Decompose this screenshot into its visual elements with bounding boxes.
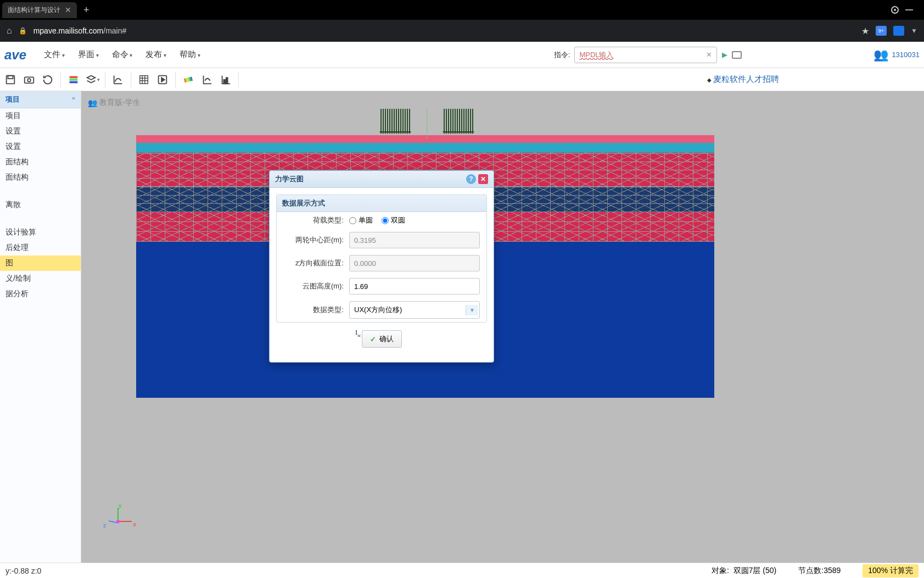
canvas-viewport[interactable]: 👥 教育版-学生 y x z xyxy=(81,91,924,563)
svg-rect-4 xyxy=(70,76,78,78)
sidebar-item-design[interactable]: 设计验算 xyxy=(0,225,81,240)
layers-color-icon[interactable] xyxy=(65,71,82,88)
sidebar-title: 项目 xyxy=(5,95,20,104)
axis-z-label: z xyxy=(103,522,107,529)
data-type-label: 数据类型: xyxy=(283,305,344,315)
load-type-label: 荷载类型: xyxy=(283,215,344,225)
rainbow-icon[interactable] xyxy=(180,71,197,88)
sidebar-header: 项目 « xyxy=(0,91,81,108)
dialog-title: 力学云图 xyxy=(275,174,466,184)
command-input[interactable] xyxy=(574,47,717,63)
sidebar-collapse-icon[interactable]: « xyxy=(72,95,75,104)
window-minimize-icon[interactable] xyxy=(905,9,913,10)
svg-rect-5 xyxy=(70,79,78,81)
z-section-input xyxy=(349,255,480,271)
command-clear-icon[interactable]: ✕ xyxy=(706,51,712,59)
sidebar-item-project[interactable]: 项目 xyxy=(0,108,81,124)
mesh-icon[interactable] xyxy=(136,71,152,88)
tab-title: 面结构计算与设计 xyxy=(8,5,60,15)
extension-icon[interactable]: 9+ xyxy=(876,26,887,36)
axis-y-label: y xyxy=(119,502,122,509)
check-icon: ✓ xyxy=(370,335,376,343)
lock-icon[interactable]: 🔒 xyxy=(19,27,27,35)
chart-curve-icon[interactable] xyxy=(110,71,126,88)
svg-rect-2 xyxy=(25,77,34,83)
menu-command[interactable]: 命令 xyxy=(105,49,139,60)
sidebar-item-discrete[interactable]: 离散 xyxy=(0,197,81,213)
radio-single-input[interactable] xyxy=(349,217,356,224)
fieldset-data-display: 数据展示方式 荷载类型: 单圆 双圆 两轮中心距(m): z方向截面位置: 云图… xyxy=(276,194,487,323)
sidebar-item-struct1[interactable]: 面结构 xyxy=(0,154,81,170)
chevron-down-icon: ▼ xyxy=(466,305,478,315)
user-area[interactable]: 👥 1310031 xyxy=(873,48,920,62)
mechanics-contour-dialog: 力学云图 ? ✕ 数据展示方式 荷载类型: 单圆 双圆 两轮中心距(m): z方… xyxy=(269,170,494,363)
command-popup-icon[interactable] xyxy=(732,51,742,59)
browser-tab[interactable]: 面结构计算与设计 ✕ xyxy=(2,2,77,18)
svg-rect-15 xyxy=(226,77,228,84)
wheel-dist-input xyxy=(349,232,480,248)
play-icon[interactable] xyxy=(154,71,171,88)
plot-axes-icon[interactable] xyxy=(199,71,215,88)
tab-close-icon[interactable]: ✕ xyxy=(65,5,71,14)
toolbar-separator xyxy=(238,72,239,87)
cursor-indicator: Iы xyxy=(355,328,361,338)
new-tab-button[interactable]: + xyxy=(83,4,89,16)
radio-single[interactable]: 单圆 xyxy=(349,215,373,225)
app-menu-bar: ave 文件 界面 命令 发布 帮助 指令: ✕ ▶ 👥 1310031 xyxy=(0,42,924,68)
url-display[interactable]: mpave.mailisoft.com/main# xyxy=(33,26,127,35)
radio-double-input[interactable] xyxy=(382,217,389,224)
radio-double[interactable]: 双圆 xyxy=(382,215,405,225)
sidebar-item-settings1[interactable]: 设置 xyxy=(0,124,81,139)
svg-point-3 xyxy=(27,79,31,82)
ok-button[interactable]: ✓ 确认 xyxy=(362,330,402,348)
axis-gizmo: y x z xyxy=(103,502,136,535)
axis-x-label: x xyxy=(133,521,137,527)
fieldset-title: 数据展示方式 xyxy=(277,195,486,212)
user-id: 1310031 xyxy=(892,51,920,59)
svg-rect-14 xyxy=(223,80,225,84)
height-input[interactable] xyxy=(349,278,480,294)
extension-icon-2[interactable] xyxy=(893,26,904,36)
wheel-dist-label: 两轮中心距(m): xyxy=(283,235,344,245)
help-icon[interactable]: ? xyxy=(466,174,476,184)
toolbar-separator xyxy=(175,72,176,87)
layers-stack-icon[interactable]: ▾ xyxy=(84,71,100,88)
svg-rect-6 xyxy=(70,81,78,83)
sidebar-item-analysis[interactable]: 据分析 xyxy=(0,286,81,302)
svg-rect-1 xyxy=(8,75,13,79)
chevron-down-icon[interactable]: ▼ xyxy=(911,27,917,35)
menu-interface[interactable]: 界面 xyxy=(71,49,105,60)
sidebar-item-struct2[interactable]: 面结构 xyxy=(0,170,81,185)
browser-address-bar: ⌂ 🔒 mpave.mailisoft.com/main# ★ 9+ ▼ xyxy=(0,20,924,42)
home-icon[interactable]: ⌂ xyxy=(7,26,12,36)
sidebar-item-post[interactable]: 后处理 xyxy=(0,240,81,255)
command-run-icon[interactable]: ▶ xyxy=(722,51,727,59)
camera-icon[interactable] xyxy=(21,71,37,88)
toolbar-separator xyxy=(60,72,61,87)
recruit-link[interactable]: 麦粒软件人才招聘 xyxy=(707,74,779,85)
menu-file[interactable]: 文件 xyxy=(37,49,71,60)
menu-help[interactable]: 帮助 xyxy=(173,49,207,60)
sidebar-item-settings2[interactable]: 设置 xyxy=(0,139,81,154)
height-label: 云图高度(m): xyxy=(283,281,344,291)
bar-chart-icon[interactable] xyxy=(217,71,234,88)
group-icon: 👥 xyxy=(88,98,97,107)
account-icon[interactable] xyxy=(891,6,899,14)
layer-2 xyxy=(136,143,714,153)
load-arrows xyxy=(380,109,473,138)
z-section-label: z方向截面位置: xyxy=(283,258,344,268)
toolbar-separator xyxy=(105,72,105,87)
menu-publish[interactable]: 发布 xyxy=(139,49,173,60)
close-icon[interactable]: ✕ xyxy=(478,174,488,184)
data-type-select[interactable]: UX(X方向位移) ▼ xyxy=(349,301,480,319)
app-logo: ave xyxy=(4,47,26,63)
dialog-titlebar[interactable]: 力学云图 ? ✕ xyxy=(270,171,494,188)
save-icon[interactable] xyxy=(2,71,19,88)
sidebar-spacer xyxy=(0,213,81,225)
bookmark-star-icon[interactable]: ★ xyxy=(861,26,869,36)
toolbar: ▾ 麦粒软件人才招聘 xyxy=(0,68,924,91)
sidebar-item-draw[interactable]: 义/绘制 xyxy=(0,271,81,286)
sidebar-item-plot[interactable]: 图 xyxy=(0,255,81,271)
user-group-icon: 👥 xyxy=(873,48,888,62)
refresh-icon[interactable] xyxy=(40,71,56,88)
